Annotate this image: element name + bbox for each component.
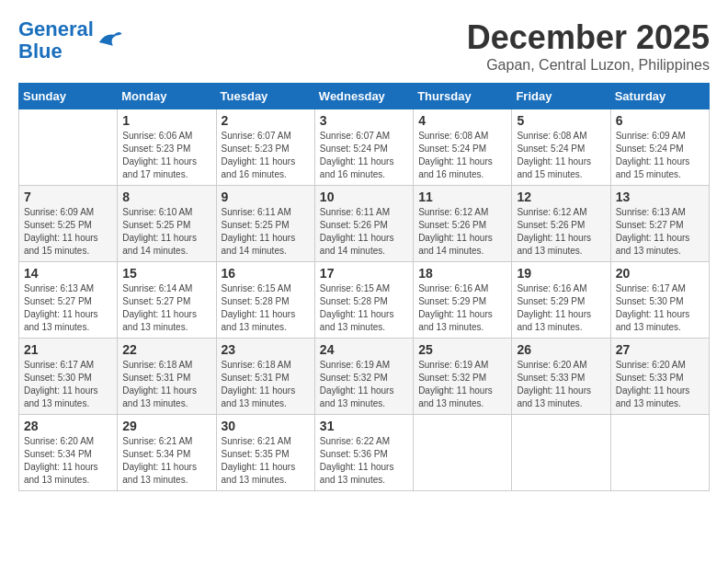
calendar-cell: 30Sunrise: 6:21 AMSunset: 5:35 PMDayligh… <box>216 415 314 491</box>
day-info: Sunrise: 6:21 AMSunset: 5:35 PMDaylight:… <box>222 435 310 487</box>
logo-general: General <box>18 17 94 40</box>
day-info: Sunrise: 6:08 AMSunset: 5:24 PMDaylight:… <box>517 130 605 181</box>
day-number: 24 <box>320 342 408 357</box>
weekday-header-wednesday: Wednesday <box>314 84 413 109</box>
day-info: Sunrise: 6:11 AMSunset: 5:25 PMDaylight:… <box>222 206 310 258</box>
day-number: 22 <box>122 342 210 357</box>
weekday-header-thursday: Thursday <box>414 84 512 109</box>
day-number: 30 <box>222 419 310 433</box>
calendar-cell: 27Sunrise: 6:20 AMSunset: 5:33 PMDayligh… <box>610 339 709 415</box>
day-number: 5 <box>517 113 605 128</box>
weekday-header-friday: Friday <box>512 84 610 109</box>
day-info: Sunrise: 6:14 AMSunset: 5:27 PMDaylight:… <box>122 282 210 334</box>
day-number: 17 <box>320 266 408 281</box>
calendar-cell: 31Sunrise: 6:22 AMSunset: 5:36 PMDayligh… <box>314 415 413 491</box>
calendar-cell <box>610 415 709 491</box>
day-info: Sunrise: 6:15 AMSunset: 5:28 PMDaylight:… <box>222 282 310 334</box>
day-info: Sunrise: 6:13 AMSunset: 5:27 PMDaylight:… <box>616 206 704 258</box>
calendar-table: SundayMondayTuesdayWednesdayThursdayFrid… <box>18 83 710 491</box>
day-info: Sunrise: 6:18 AMSunset: 5:31 PMDaylight:… <box>222 359 310 410</box>
day-info: Sunrise: 6:13 AMSunset: 5:27 PMDaylight:… <box>24 282 112 334</box>
day-info: Sunrise: 6:17 AMSunset: 5:30 PMDaylight:… <box>616 282 704 334</box>
day-info: Sunrise: 6:19 AMSunset: 5:32 PMDaylight:… <box>320 359 408 410</box>
day-number: 18 <box>418 266 506 281</box>
day-number: 20 <box>616 266 704 281</box>
calendar-cell: 16Sunrise: 6:15 AMSunset: 5:28 PMDayligh… <box>216 262 314 339</box>
day-number: 21 <box>24 342 112 357</box>
day-info: Sunrise: 6:08 AMSunset: 5:24 PMDaylight:… <box>418 130 506 181</box>
day-info: Sunrise: 6:21 AMSunset: 5:34 PMDaylight:… <box>122 435 210 487</box>
calendar-cell <box>414 415 512 491</box>
day-number: 11 <box>418 190 506 204</box>
calendar-cell: 17Sunrise: 6:15 AMSunset: 5:28 PMDayligh… <box>314 262 413 339</box>
calendar-cell: 7Sunrise: 6:09 AMSunset: 5:25 PMDaylight… <box>19 186 118 262</box>
day-number: 15 <box>122 266 210 281</box>
calendar-cell: 23Sunrise: 6:18 AMSunset: 5:31 PMDayligh… <box>216 339 314 415</box>
day-number: 6 <box>616 113 704 128</box>
day-number: 26 <box>517 342 605 357</box>
day-info: Sunrise: 6:16 AMSunset: 5:29 PMDaylight:… <box>517 282 605 334</box>
day-info: Sunrise: 6:09 AMSunset: 5:24 PMDaylight:… <box>616 130 704 181</box>
day-info: Sunrise: 6:20 AMSunset: 5:33 PMDaylight:… <box>616 359 704 410</box>
calendar-cell: 12Sunrise: 6:12 AMSunset: 5:26 PMDayligh… <box>512 186 610 262</box>
calendar-cell: 10Sunrise: 6:11 AMSunset: 5:26 PMDayligh… <box>314 186 413 262</box>
calendar-cell: 3Sunrise: 6:07 AMSunset: 5:24 PMDaylight… <box>314 109 413 186</box>
day-number: 1 <box>122 113 210 128</box>
day-number: 4 <box>418 113 506 128</box>
page-header: General Blue December 2025 Gapan, Centra… <box>18 18 710 74</box>
calendar-cell: 9Sunrise: 6:11 AMSunset: 5:25 PMDaylight… <box>216 186 314 262</box>
logo: General Blue <box>18 18 123 63</box>
day-info: Sunrise: 6:20 AMSunset: 5:33 PMDaylight:… <box>517 359 605 410</box>
weekday-header-monday: Monday <box>118 84 216 109</box>
day-info: Sunrise: 6:07 AMSunset: 5:24 PMDaylight:… <box>320 130 408 181</box>
title-block: December 2025 Gapan, Central Luzon, Phil… <box>467 18 710 74</box>
calendar-cell: 28Sunrise: 6:20 AMSunset: 5:34 PMDayligh… <box>19 415 118 491</box>
day-number: 10 <box>320 190 408 204</box>
calendar-cell: 2Sunrise: 6:07 AMSunset: 5:23 PMDaylight… <box>216 109 314 186</box>
calendar-cell: 14Sunrise: 6:13 AMSunset: 5:27 PMDayligh… <box>19 262 118 339</box>
day-number: 28 <box>24 419 112 433</box>
day-number: 16 <box>222 266 310 281</box>
day-info: Sunrise: 6:17 AMSunset: 5:30 PMDaylight:… <box>24 359 112 410</box>
calendar-cell <box>19 109 118 186</box>
day-number: 25 <box>418 342 506 357</box>
day-number: 29 <box>122 419 210 433</box>
day-info: Sunrise: 6:07 AMSunset: 5:23 PMDaylight:… <box>222 130 310 181</box>
day-info: Sunrise: 6:20 AMSunset: 5:34 PMDaylight:… <box>24 435 112 487</box>
calendar-week-2: 7Sunrise: 6:09 AMSunset: 5:25 PMDaylight… <box>19 186 710 262</box>
logo-bird-icon <box>96 27 123 54</box>
logo-text: General Blue <box>18 18 94 63</box>
day-number: 19 <box>517 266 605 281</box>
calendar-week-4: 21Sunrise: 6:17 AMSunset: 5:30 PMDayligh… <box>19 339 710 415</box>
day-number: 23 <box>222 342 310 357</box>
calendar-cell: 13Sunrise: 6:13 AMSunset: 5:27 PMDayligh… <box>610 186 709 262</box>
calendar-week-3: 14Sunrise: 6:13 AMSunset: 5:27 PMDayligh… <box>19 262 710 339</box>
calendar-cell: 22Sunrise: 6:18 AMSunset: 5:31 PMDayligh… <box>118 339 216 415</box>
logo-blue: Blue <box>18 40 63 63</box>
day-number: 3 <box>320 113 408 128</box>
day-info: Sunrise: 6:06 AMSunset: 5:23 PMDaylight:… <box>122 130 210 181</box>
calendar-week-1: 1Sunrise: 6:06 AMSunset: 5:23 PMDaylight… <box>19 109 710 186</box>
month-title: December 2025 <box>467 18 710 57</box>
day-number: 8 <box>122 190 210 204</box>
calendar-cell: 11Sunrise: 6:12 AMSunset: 5:26 PMDayligh… <box>414 186 512 262</box>
day-number: 12 <box>517 190 605 204</box>
calendar-cell: 24Sunrise: 6:19 AMSunset: 5:32 PMDayligh… <box>314 339 413 415</box>
day-number: 31 <box>320 419 408 433</box>
weekday-header-sunday: Sunday <box>19 84 118 109</box>
day-info: Sunrise: 6:16 AMSunset: 5:29 PMDaylight:… <box>418 282 506 334</box>
calendar-cell: 21Sunrise: 6:17 AMSunset: 5:30 PMDayligh… <box>19 339 118 415</box>
day-info: Sunrise: 6:22 AMSunset: 5:36 PMDaylight:… <box>320 435 408 487</box>
day-info: Sunrise: 6:12 AMSunset: 5:26 PMDaylight:… <box>517 206 605 258</box>
calendar-cell: 5Sunrise: 6:08 AMSunset: 5:24 PMDaylight… <box>512 109 610 186</box>
day-info: Sunrise: 6:09 AMSunset: 5:25 PMDaylight:… <box>24 206 112 258</box>
day-number: 27 <box>616 342 704 357</box>
day-info: Sunrise: 6:19 AMSunset: 5:32 PMDaylight:… <box>418 359 506 410</box>
calendar-cell: 19Sunrise: 6:16 AMSunset: 5:29 PMDayligh… <box>512 262 610 339</box>
calendar-cell: 1Sunrise: 6:06 AMSunset: 5:23 PMDaylight… <box>118 109 216 186</box>
day-number: 13 <box>616 190 704 204</box>
calendar-cell: 15Sunrise: 6:14 AMSunset: 5:27 PMDayligh… <box>118 262 216 339</box>
day-number: 7 <box>24 190 112 204</box>
calendar-cell: 18Sunrise: 6:16 AMSunset: 5:29 PMDayligh… <box>414 262 512 339</box>
weekday-header-row: SundayMondayTuesdayWednesdayThursdayFrid… <box>19 84 710 109</box>
